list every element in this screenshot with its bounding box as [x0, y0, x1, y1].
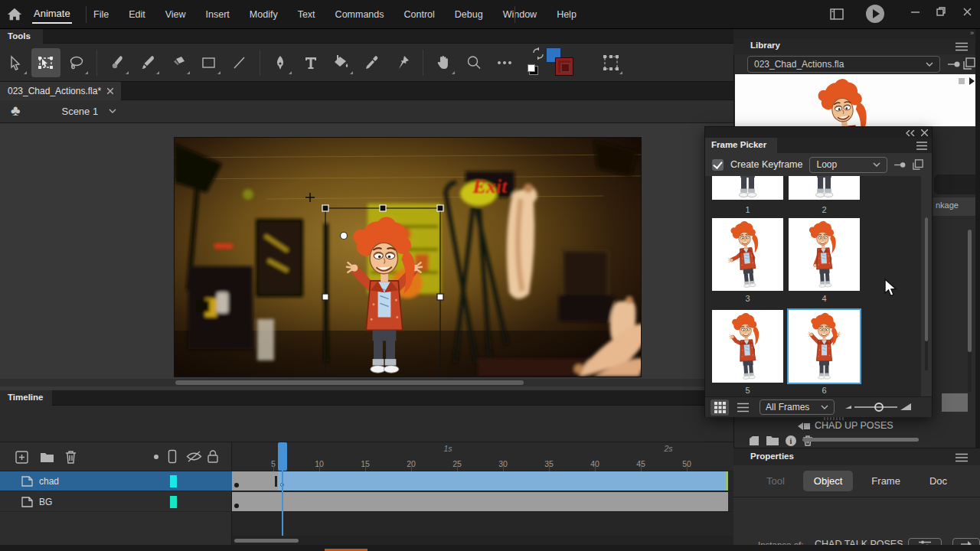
- eyedropper-tool[interactable]: [358, 48, 387, 77]
- frame-picker-new-panel-icon[interactable]: [913, 159, 923, 170]
- restore-button[interactable]: [928, 0, 954, 23]
- layer-outline-swatch[interactable]: [170, 496, 177, 508]
- swap-colors-icon[interactable]: [531, 46, 546, 61]
- visibility-column-icon[interactable]: [186, 451, 202, 462]
- selection-tool[interactable]: [1, 48, 30, 77]
- frame-thumbnail-1[interactable]: [712, 176, 783, 200]
- timeline-horizontal-scrollbar[interactable]: [232, 536, 733, 545]
- lasso-tool[interactable]: [62, 48, 91, 77]
- frame-picker-tab[interactable]: Frame Picker: [705, 138, 777, 153]
- stage-scroll-thumb[interactable]: [175, 380, 524, 385]
- pasteboard[interactable]: Exit: [0, 123, 733, 390]
- frame-thumbnail-6[interactable]: [789, 310, 860, 383]
- menu-item-view[interactable]: View: [165, 9, 186, 20]
- frame-thumbnail-4[interactable]: [789, 218, 860, 291]
- stage-canvas[interactable]: Exit: [175, 138, 641, 377]
- library-menu-icon[interactable]: [956, 42, 968, 51]
- line-tool[interactable]: [225, 48, 254, 77]
- loop-mode-select[interactable]: Loop: [809, 157, 887, 173]
- menu-item-window[interactable]: Window: [503, 9, 537, 20]
- list-view-button[interactable]: [733, 399, 752, 416]
- eraser-tool[interactable]: [164, 48, 193, 77]
- scene-icon[interactable]: ♣: [11, 103, 20, 119]
- close-panel-icon[interactable]: [921, 129, 928, 136]
- home-icon[interactable]: [6, 6, 23, 23]
- library-horizontal-scrollbar[interactable]: [802, 438, 919, 442]
- more-tools[interactable]: [490, 48, 519, 77]
- new-symbol-icon[interactable]: [749, 435, 760, 446]
- highlight-column-icon[interactable]: [154, 455, 158, 459]
- timeline-scroll-thumb[interactable]: [234, 539, 299, 543]
- transform-point[interactable]: [341, 233, 348, 240]
- layer-row-chad[interactable]: chad: [0, 471, 232, 491]
- library-pin-icon[interactable]: [948, 60, 960, 69]
- layer-row-BG[interactable]: BG: [0, 492, 232, 512]
- document-tab[interactable]: 023_Chad_Actions.fla*: [0, 82, 121, 100]
- stage-horizontal-scrollbar[interactable]: [0, 379, 733, 386]
- workspace-icon[interactable]: [830, 8, 844, 20]
- playhead[interactable]: [278, 442, 287, 471]
- menu-item-text[interactable]: Text: [298, 9, 315, 20]
- grid-view-button[interactable]: [710, 399, 729, 416]
- item-properties-icon[interactable]: i: [786, 435, 796, 446]
- scene-chevron-icon[interactable]: [109, 109, 116, 113]
- frame-filter-select[interactable]: All Frames: [760, 399, 835, 415]
- menu-item-commands[interactable]: Commands: [335, 9, 384, 20]
- tools-panel-tab[interactable]: Tools: [0, 29, 43, 44]
- menu-item-insert[interactable]: Insert: [206, 9, 230, 20]
- asset-warp-tool[interactable]: [388, 48, 417, 77]
- timeline-panel-tab[interactable]: Timeline: [0, 390, 52, 406]
- delete-layer-icon[interactable]: [65, 450, 77, 464]
- properties-tab-tool[interactable]: Tool: [756, 471, 795, 491]
- library-linkage-column[interactable]: nkage: [933, 197, 980, 216]
- menu-item-debug[interactable]: Debug: [455, 9, 483, 20]
- create-keyframe-checkbox[interactable]: [712, 159, 724, 171]
- library-preview-expand-icon[interactable]: [969, 77, 975, 85]
- library-folder-icon[interactable]: [766, 435, 779, 445]
- library-search-partial[interactable]: [934, 174, 980, 194]
- outline-column-icon[interactable]: [168, 449, 177, 464]
- classic-brush-tool[interactable]: [133, 48, 162, 77]
- minimize-button[interactable]: [902, 0, 928, 23]
- timeline-ruler[interactable]: 51015202530354045501s2s: [232, 442, 733, 471]
- scene-name[interactable]: Scene 1: [61, 106, 98, 117]
- library-vertical-scrollbar[interactable]: [968, 230, 972, 392]
- library-hscroll-thumb-partial[interactable]: [942, 393, 968, 412]
- layer-outline-swatch[interactable]: [170, 475, 177, 487]
- frame-picker-scrollbar[interactable]: [925, 217, 928, 370]
- library-new-panel-icon[interactable]: [963, 57, 975, 70]
- default-colors-swatch[interactable]: [529, 66, 538, 75]
- menu-item-control[interactable]: Control: [404, 9, 435, 20]
- menu-item-file[interactable]: File: [93, 9, 109, 20]
- free-transform-options[interactable]: [596, 48, 626, 77]
- new-folder-icon[interactable]: [40, 452, 54, 463]
- menu-item-help[interactable]: Help: [557, 9, 577, 20]
- properties-tab-frame[interactable]: Frame: [861, 471, 911, 491]
- frame-thumbnail-3[interactable]: [712, 218, 783, 291]
- menu-item-modify[interactable]: Modify: [250, 9, 278, 20]
- test-movie-icon[interactable]: [865, 4, 885, 24]
- library-preview-handle[interactable]: [959, 78, 965, 84]
- thumbnail-size-slider[interactable]: [844, 402, 911, 412]
- frame-row-chad[interactable]: [232, 471, 733, 491]
- menu-item-edit[interactable]: Edit: [129, 9, 145, 20]
- text-tool[interactable]: [296, 48, 325, 77]
- frame-thumbnail-5[interactable]: [712, 310, 783, 383]
- document-close-icon[interactable]: [107, 88, 113, 94]
- library-scroll-thumb[interactable]: [968, 230, 972, 352]
- rectangle-tool[interactable]: [194, 48, 224, 77]
- frame-row-BG[interactable]: [232, 492, 733, 512]
- selection-overlay[interactable]: [175, 138, 641, 377]
- paint-bucket-tool[interactable]: [327, 48, 356, 77]
- new-layer-icon[interactable]: [15, 451, 28, 464]
- frame-picker-menu-icon[interactable]: [916, 142, 927, 150]
- free-transform-tool[interactable]: [31, 48, 60, 77]
- properties-menu-icon[interactable]: [956, 453, 968, 462]
- frame-picker-scroll-thumb[interactable]: [925, 217, 928, 341]
- properties-tab-object[interactable]: Object: [803, 471, 854, 491]
- library-document-select[interactable]: 023_Chad_Actions.fla: [747, 56, 940, 73]
- frame-picker-pin-icon[interactable]: [894, 161, 906, 169]
- pen-tool[interactable]: [266, 48, 295, 77]
- properties-tab-doc[interactable]: Doc: [919, 471, 958, 491]
- properties-panel-tab[interactable]: Properties: [750, 452, 794, 461]
